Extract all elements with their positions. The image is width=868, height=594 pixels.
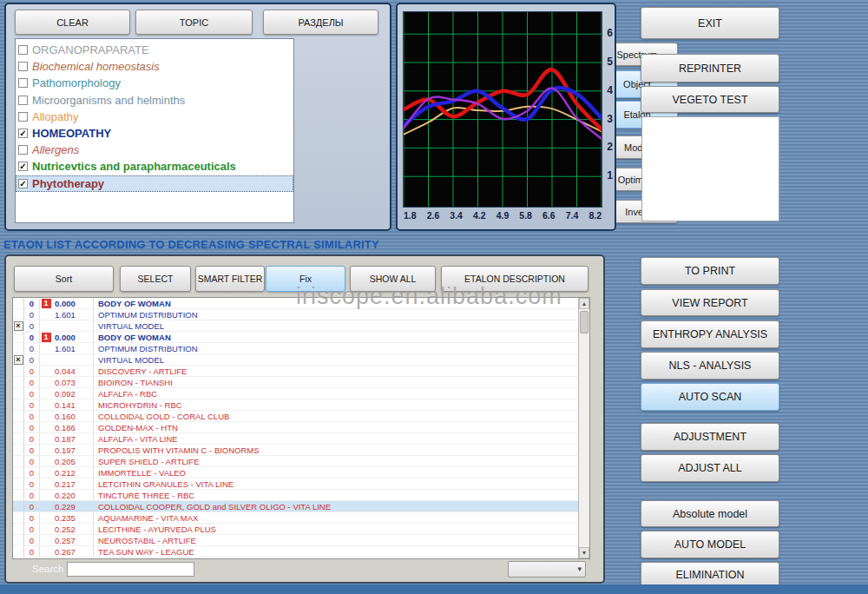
adjust-all-button[interactable]: ADJUST ALL	[641, 454, 779, 482]
exclude-cell[interactable]	[13, 535, 24, 545]
exclude-cell[interactable]	[13, 546, 24, 557]
category-item-phytotherapy[interactable]: ✓Phytotherapy	[16, 175, 293, 192]
checkbox-icon[interactable]	[18, 112, 28, 122]
spectrum-panel: 654321 1.82.63.44.24.95.86.67.48.2	[396, 3, 616, 231]
fix-button[interactable]: Fix	[266, 266, 345, 292]
view-report-button[interactable]: VIEW REPORT	[641, 289, 779, 316]
exclude-cell[interactable]	[13, 445, 24, 455]
exclude-cell[interactable]	[13, 309, 24, 320]
etalon-row[interactable]: 00.252LECITHINE - AYURVEDA PLUS	[13, 524, 589, 535]
category-item-nutricevtics-and-parapharmaceuticals[interactable]: ✓Nutricevtics and parapharmaceuticals	[16, 158, 293, 175]
category-item-biochemical-homeostasis[interactable]: Biochemical homeostasis	[16, 58, 293, 75]
etalon-row[interactable]: 00.141MICROHYDRIN - RBC	[13, 399, 589, 411]
exclude-cell[interactable]	[13, 478, 24, 489]
etalon-row[interactable]: 00.205SUPER SHIELD - ARTLIFE	[13, 456, 589, 467]
etalon-row[interactable]: 00.235AQUAMARINE - VITA MAX	[13, 512, 589, 524]
category-item-allopathy[interactable]: Allopathy	[16, 109, 293, 125]
etalon-row[interactable]: 00.160COLLOIDAL GOLD - CORAL CLUB	[13, 411, 589, 422]
exclude-cell[interactable]	[13, 411, 24, 421]
table-scrollbar[interactable]: ▲ ▼	[578, 298, 589, 558]
exclude-x-icon[interactable]: ×	[14, 355, 23, 365]
clear-button[interactable]: CLEAR	[15, 10, 130, 35]
etalon-row[interactable]: 00.187ALFALFA - VITA LINE	[13, 433, 589, 445]
checkbox-icon[interactable]	[18, 96, 28, 105]
etalon-row[interactable]: 00.073BIOIRON - TIANSHI	[13, 377, 589, 388]
exclude-cell[interactable]	[13, 422, 24, 432]
auto-scan-button[interactable]: AUTO SCAN	[641, 383, 779, 411]
nls-analysis-button[interactable]: NLS - ANALYSIS	[641, 352, 779, 380]
etalon-row[interactable]: 01.601OPTIMUM DISTRIBUTION	[13, 343, 589, 354]
exclude-cell[interactable]	[13, 467, 24, 478]
exclude-x-icon[interactable]: ×	[14, 321, 23, 331]
category-item-organopraparate[interactable]: ORGANOPRAPARATE	[16, 42, 293, 58]
exclude-cell[interactable]	[13, 456, 24, 466]
exclude-cell[interactable]	[13, 298, 24, 308]
exclude-cell[interactable]	[13, 332, 24, 342]
select-button[interactable]: SELECT	[120, 266, 191, 292]
reprinter-button[interactable]: REPRINTER	[641, 54, 779, 82]
exclude-cell[interactable]	[13, 524, 24, 534]
topic-button[interactable]: TOPIC	[135, 10, 253, 35]
exclude-cell[interactable]	[13, 343, 24, 353]
absolute-model-button[interactable]: Absolute model	[641, 500, 779, 527]
sort-button[interactable]: Sort	[14, 266, 114, 292]
etalon-row[interactable]: 00.186GOLDEN-MAX - HTN	[13, 422, 589, 433]
scrollbar-thumb[interactable]	[580, 311, 589, 333]
checkbox-icon[interactable]	[18, 145, 28, 155]
sections-button[interactable]: РАЗДЕЛЫ	[263, 10, 378, 35]
search-input[interactable]	[67, 562, 194, 577]
adjustment-button[interactable]: ADJUSTMENT	[641, 423, 779, 451]
exclude-cell[interactable]	[13, 501, 24, 512]
checkbox-checked-icon[interactable]: ✓	[18, 179, 28, 188]
category-item-homeopathy[interactable]: ✓HOMEOPATHY	[16, 125, 293, 142]
etalon-description-button[interactable]: ETALON DESCRIPTION	[441, 266, 589, 292]
badge-cell	[40, 309, 52, 320]
etalon-table[interactable]: 010.000BODY OF WOMAN01.601OPTIMUM DISTRI…	[12, 297, 590, 559]
checkbox-icon[interactable]	[18, 45, 28, 55]
etalon-row[interactable]: 01.601OPTIMUM DISTRIBUTION	[13, 309, 589, 320]
exclude-cell[interactable]	[13, 388, 24, 399]
etalon-row[interactable]: ×0VIRTUAL MODEL	[13, 320, 589, 332]
etalon-row[interactable]: 00.217LETCITHIN GRANULES - VITA LINE	[13, 478, 589, 490]
badge-cell: 1	[40, 298, 52, 308]
etalon-row[interactable]: 00.229COLLOIDAL COOPER, GOLD and SILVER …	[13, 501, 589, 512]
smart-filter-button[interactable]: SMART FILTER	[195, 266, 265, 292]
category-item-microorganisms-and-helminths[interactable]: Microorganisms and helminths	[16, 92, 293, 109]
auto-model-button[interactable]: AUTO MODEL	[641, 531, 779, 558]
exclude-cell[interactable]	[13, 433, 24, 444]
badge-cell	[40, 399, 52, 410]
exclude-cell[interactable]	[13, 399, 24, 410]
show-all-button[interactable]: SHOW ALL	[350, 266, 436, 292]
exclude-cell[interactable]	[13, 490, 24, 500]
filter-dropdown[interactable]: ▾	[508, 561, 586, 578]
exclude-cell[interactable]	[13, 512, 24, 523]
badge-cell	[40, 490, 52, 500]
etalon-row[interactable]: 00.220TINCTURE THREE - RBC	[13, 490, 589, 501]
vegeto-test-button[interactable]: VEGETO TEST	[641, 86, 779, 113]
exclude-cell[interactable]	[13, 377, 24, 387]
scroll-up-icon[interactable]: ▲	[579, 298, 589, 309]
checkbox-checked-icon[interactable]: ✓	[18, 162, 28, 171]
exclude-cell[interactable]: ×	[13, 354, 24, 365]
enthropy-analysis-button[interactable]: ENTHROPY ANALYSIS	[641, 320, 779, 348]
etalon-row[interactable]: 00.212IMMORTELLE - VALEO	[13, 467, 589, 478]
checkbox-icon[interactable]	[18, 78, 28, 88]
category-item-allergens[interactable]: Allergens	[16, 142, 293, 158]
etalon-row[interactable]: 010.000BODY OF WOMAN	[13, 298, 589, 309]
checkbox-checked-icon[interactable]: ✓	[18, 129, 28, 138]
category-item-pathomorphology[interactable]: Pathomorphology	[16, 75, 293, 91]
checkbox-icon[interactable]	[18, 62, 28, 71]
etalon-row[interactable]: 00.044DISCOVERY - ARTLIFE	[13, 366, 589, 377]
etalon-row[interactable]: 00.197PROPOLIS WITH VITAMIN C - BIONORMS	[13, 445, 589, 456]
etalon-row[interactable]: 00.257NEUROSTABIL - ARTLIFE	[13, 535, 589, 546]
etalon-row[interactable]: 00.267TEA SUN WAY - LEAGUE	[13, 546, 589, 558]
exclude-cell[interactable]	[13, 366, 24, 376]
scroll-down-icon[interactable]: ▼	[579, 547, 589, 558]
etalon-row[interactable]: 00.092ALFALFA - RBC	[13, 388, 589, 399]
etalon-row[interactable]: 010.000BODY OF WOMAN	[13, 332, 589, 343]
exit-button[interactable]: EXIT	[641, 7, 779, 39]
exclude-cell[interactable]: ×	[13, 320, 24, 331]
to-print-button[interactable]: TO PRINT	[641, 257, 779, 285]
category-listbox[interactable]: ORGANOPRAPARATEBiochemical homeostasisPa…	[15, 38, 294, 223]
etalon-row[interactable]: ×0VIRTUAL MODEL	[13, 354, 589, 366]
